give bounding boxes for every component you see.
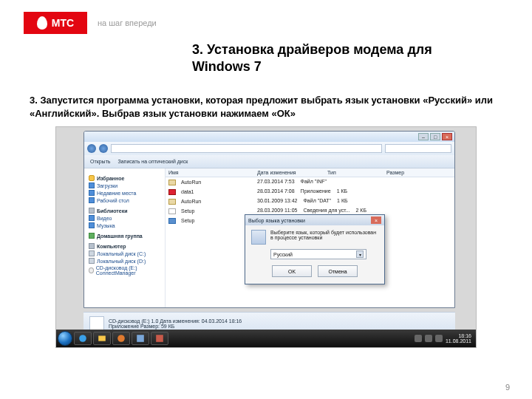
close-button[interactable]: ×	[442, 133, 452, 140]
details-thumbnail-icon	[89, 316, 104, 331]
mts-logo: МТС	[24, 12, 87, 34]
toolbar-open[interactable]: Открыть	[90, 159, 111, 164]
file-row[interactable]: data128.03.2014 7:08Приложение1 КБ	[166, 187, 454, 197]
sidebar-favorites[interactable]: Избранное	[97, 176, 124, 181]
column-headers[interactable]: Имя Дата изменения Тип Размер	[166, 168, 454, 177]
file-icon	[168, 199, 176, 205]
file-icon	[168, 208, 176, 214]
file-size: 1 КБ	[334, 197, 351, 205]
ok-button[interactable]: OK	[272, 265, 312, 277]
slide-title: 3. Установка драйверов модема для Window…	[192, 41, 473, 75]
tray-icon[interactable]	[425, 335, 432, 342]
star-icon	[89, 175, 95, 181]
sidebar-item-label[interactable]: Музыка	[97, 223, 115, 228]
explorer-sidebar: Избранное Загрузки Недавние места Рабочи…	[84, 168, 166, 307]
clock-time: 18:16	[446, 333, 471, 338]
file-icon	[168, 218, 176, 224]
file-row[interactable]: AutoRun27.03.2014 7:53Файл "INF"	[166, 177, 454, 187]
col-name[interactable]: Имя	[166, 168, 254, 177]
sidebar-item-label[interactable]: Видео	[97, 216, 112, 221]
sidebar-item-label[interactable]: Локальный диск (C:)	[97, 251, 146, 256]
dialog-close-button[interactable]: ×	[371, 216, 381, 224]
svg-rect-3	[137, 335, 144, 343]
computer-icon	[89, 243, 95, 249]
sidebar-item-label[interactable]: Загрузки	[97, 183, 117, 188]
file-icon	[168, 180, 176, 185]
file-type: Приложение	[298, 188, 334, 196]
cancel-button[interactable]: Отмена	[318, 265, 358, 277]
col-date[interactable]: Дата изменения	[254, 168, 324, 177]
nav-forward-icon[interactable]	[99, 144, 108, 153]
nav-back-icon[interactable]	[87, 144, 96, 153]
disk-icon	[89, 258, 95, 264]
explorer-titlebar: – □ ×	[84, 132, 454, 142]
svg-rect-1	[98, 336, 106, 341]
sidebar-computer[interactable]: Компьютер	[97, 244, 126, 249]
chevron-down-icon[interactable]: ▾	[356, 250, 364, 258]
file-type: Файл "INF"	[298, 178, 330, 186]
globe-icon	[251, 230, 266, 245]
explorer-address-bar	[84, 142, 454, 155]
minimize-button[interactable]: –	[418, 133, 429, 140]
sidebar-homegroup[interactable]: Домашняя группа	[97, 233, 143, 239]
mts-egg-icon	[37, 16, 47, 30]
svg-rect-4	[156, 335, 163, 343]
folder-icon	[89, 197, 95, 203]
file-name: AutoRun	[178, 198, 204, 205]
svg-point-2	[117, 335, 125, 343]
folder-icon	[89, 190, 95, 196]
details-line1: CD-дисковод (E:) 1.0 Дата изменения: 04.…	[109, 318, 242, 324]
svg-point-0	[79, 335, 86, 343]
folder-icon	[89, 222, 95, 228]
toolbar-burn[interactable]: Записать на оптический диск	[118, 159, 188, 164]
taskbar-media-icon[interactable]	[112, 332, 130, 345]
file-row[interactable]: AutoRun30.01.2009 13:42Файл "DAT"1 КБ	[166, 197, 454, 206]
sidebar-item-label[interactable]: Рабочий стол	[97, 198, 129, 203]
sidebar-item-label[interactable]: Локальный диск (D:)	[97, 259, 146, 264]
col-type[interactable]: Тип	[324, 168, 383, 177]
language-dialog: Выбор языка установки × Выберите язык, к…	[245, 214, 385, 284]
file-size: 1 КБ	[334, 188, 351, 196]
sidebar-libraries[interactable]: Библиотеки	[97, 208, 127, 214]
taskbar-app-icon[interactable]	[132, 332, 149, 345]
dialog-titlebar: Выбор языка установки ×	[245, 215, 384, 225]
file-date: 30.01.2009 13:42	[254, 197, 301, 205]
slide-body: 3. Запустится программа установки, котор…	[30, 94, 502, 120]
folder-icon	[89, 215, 95, 221]
tray-icon[interactable]	[415, 335, 422, 342]
sidebar-item-label[interactable]: Недавние места	[97, 191, 136, 196]
file-name: Setup	[178, 217, 197, 224]
dialog-title: Выбор языка установки	[248, 218, 305, 223]
screenshot: – □ × Открыть Записать на оптический дис…	[55, 126, 477, 348]
taskbar-explorer-icon[interactable]	[93, 332, 111, 345]
cd-icon	[89, 267, 94, 273]
taskbar-app-icon[interactable]	[151, 332, 168, 345]
clock-date: 11.08.2011	[446, 338, 471, 344]
col-size[interactable]: Размер	[383, 168, 420, 177]
sidebar-item-label[interactable]: CD-дисковод (E:) ConnectManager	[96, 265, 162, 276]
search-field[interactable]	[385, 144, 451, 153]
address-field[interactable]	[111, 144, 382, 153]
details-line2: Приложение Размер: 59 КБ	[109, 324, 242, 329]
language-combobox[interactable]: Русский ▾	[270, 249, 366, 259]
brand-name: МТС	[52, 17, 74, 29]
file-name: Setup	[178, 208, 197, 214]
taskbar-ie-icon[interactable]	[74, 332, 92, 345]
taskbar: 18:16 11.08.2011	[56, 330, 476, 347]
file-date: 27.03.2014 7:53	[254, 178, 298, 186]
file-size	[330, 178, 335, 186]
explorer-toolbar: Открыть Записать на оптический диск	[84, 155, 454, 168]
brand-slogan: на шаг впереди	[98, 18, 157, 27]
library-icon	[89, 208, 95, 214]
file-type: Файл "DAT"	[301, 197, 335, 205]
file-name: data1	[178, 188, 197, 195]
file-name: AutoRun	[178, 179, 204, 185]
folder-icon	[89, 183, 95, 188]
tray-icon[interactable]	[435, 335, 443, 342]
system-tray[interactable]: 18:16 11.08.2011	[415, 333, 474, 344]
file-date: 28.03.2014 7:08	[254, 188, 298, 196]
disk-icon	[89, 250, 95, 256]
file-icon	[168, 189, 176, 195]
maximize-button[interactable]: □	[430, 133, 440, 140]
start-button[interactable]	[58, 331, 72, 346]
